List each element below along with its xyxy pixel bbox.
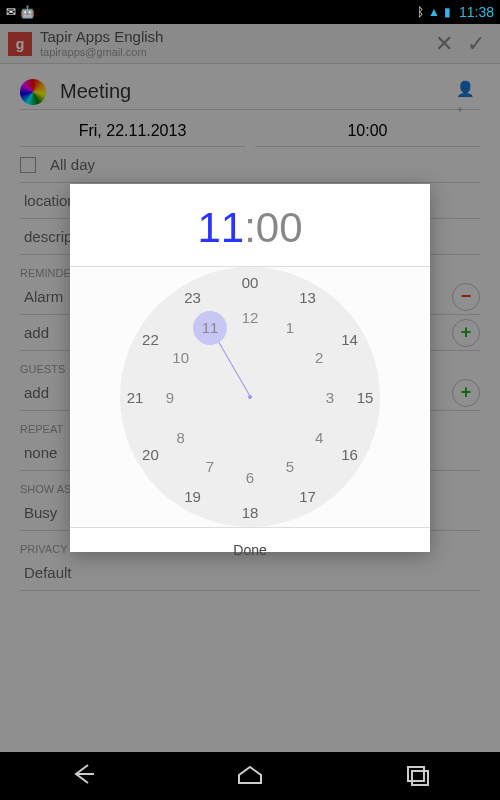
- navigation-bar: [0, 752, 500, 800]
- hour-1[interactable]: 1: [276, 314, 304, 342]
- clock-face[interactable]: 121234567891011001314151617181920212223: [120, 267, 380, 527]
- hour-3[interactable]: 3: [316, 383, 344, 411]
- time-display: 11:00: [70, 184, 430, 267]
- hour-00[interactable]: 00: [236, 268, 264, 296]
- svg-rect-1: [412, 771, 428, 785]
- hour-13[interactable]: 13: [294, 283, 322, 311]
- done-button[interactable]: Done: [70, 527, 430, 572]
- hour-2[interactable]: 2: [305, 343, 333, 371]
- status-bar: ✉ 🤖 ᛒ ▲ ▮ 11:38: [0, 0, 500, 24]
- hour-17[interactable]: 17: [294, 483, 322, 511]
- minute-display[interactable]: 00: [256, 204, 303, 251]
- hour-16[interactable]: 16: [336, 441, 364, 469]
- hour-5[interactable]: 5: [276, 452, 304, 480]
- hour-15[interactable]: 15: [351, 383, 379, 411]
- android-icon: 🤖: [20, 5, 35, 19]
- home-button[interactable]: [235, 761, 265, 791]
- hour-23[interactable]: 23: [179, 283, 207, 311]
- hour-12[interactable]: 12: [236, 303, 264, 331]
- hour-20[interactable]: 20: [136, 441, 164, 469]
- hour-22[interactable]: 22: [136, 326, 164, 354]
- wifi-icon: ▲: [428, 5, 440, 19]
- hour-10[interactable]: 10: [167, 343, 195, 371]
- hour-6[interactable]: 6: [236, 463, 264, 491]
- bluetooth-icon: ᛒ: [417, 5, 424, 19]
- battery-icon: ▮: [444, 5, 451, 19]
- hour-8[interactable]: 8: [167, 423, 195, 451]
- time-separator: :: [244, 204, 256, 251]
- svg-rect-0: [408, 767, 424, 781]
- app-content: g Tapir Apps English tapirapps@gmail.com…: [0, 24, 500, 752]
- hour-21[interactable]: 21: [121, 383, 149, 411]
- hour-18[interactable]: 18: [236, 498, 264, 526]
- hour-19[interactable]: 19: [179, 483, 207, 511]
- hour-9[interactable]: 9: [156, 383, 184, 411]
- mail-icon: ✉: [6, 5, 16, 19]
- hour-4[interactable]: 4: [305, 423, 333, 451]
- hour-14[interactable]: 14: [336, 326, 364, 354]
- hour-11[interactable]: 11: [193, 311, 227, 345]
- time-picker-dialog: 11:00 1212345678910110013141516171819202…: [70, 184, 430, 552]
- recents-button[interactable]: [404, 761, 430, 791]
- clock: 11:38: [459, 4, 494, 20]
- clock-center: [248, 395, 252, 399]
- hour-display[interactable]: 11: [197, 204, 244, 251]
- back-button[interactable]: [70, 761, 96, 791]
- hour-7[interactable]: 7: [196, 452, 224, 480]
